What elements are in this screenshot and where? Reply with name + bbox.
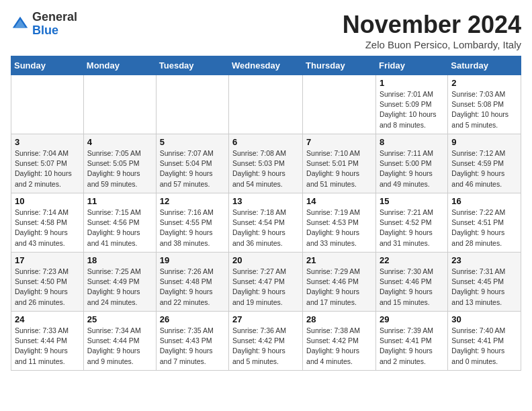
day-info: Sunrise: 7:14 AM Sunset: 4:58 PM Dayligh… <box>15 208 80 248</box>
day-info: Sunrise: 7:31 AM Sunset: 4:45 PM Dayligh… <box>451 267 517 308</box>
day-cell: 19Sunrise: 7:26 AM Sunset: 4:48 PM Dayli… <box>156 253 228 312</box>
day-cell: 18Sunrise: 7:25 AM Sunset: 4:49 PM Dayli… <box>83 253 156 312</box>
day-number: 28 <box>306 314 372 324</box>
day-number: 1 <box>380 78 444 88</box>
day-info: Sunrise: 7:35 AM Sunset: 4:43 PM Dayligh… <box>160 326 225 367</box>
day-number: 13 <box>232 196 299 206</box>
weekday-header-wednesday: Wednesday <box>229 56 303 75</box>
day-info: Sunrise: 7:16 AM Sunset: 4:55 PM Dayligh… <box>160 208 225 248</box>
day-cell: 23Sunrise: 7:31 AM Sunset: 4:45 PM Dayli… <box>448 253 521 312</box>
day-info: Sunrise: 7:03 AM Sunset: 5:08 PM Dayligh… <box>451 89 517 130</box>
day-number: 20 <box>232 255 299 265</box>
day-info: Sunrise: 7:30 AM Sunset: 4:46 PM Dayligh… <box>380 267 444 308</box>
day-number: 8 <box>380 137 444 147</box>
day-number: 26 <box>160 314 225 324</box>
day-cell: 29Sunrise: 7:39 AM Sunset: 4:41 PM Dayli… <box>375 312 447 371</box>
day-cell: 13Sunrise: 7:18 AM Sunset: 4:54 PM Dayli… <box>229 193 303 253</box>
location: Zelo Buon Persico, Lombardy, Italy <box>343 39 521 50</box>
calendar-table: SundayMondayTuesdayWednesdayThursdayFrid… <box>11 56 521 371</box>
day-info: Sunrise: 7:29 AM Sunset: 4:46 PM Dayligh… <box>306 267 372 308</box>
day-number: 21 <box>306 255 372 265</box>
day-cell <box>11 75 84 134</box>
day-info: Sunrise: 7:05 AM Sunset: 5:05 PM Dayligh… <box>87 148 152 189</box>
weekday-header-thursday: Thursday <box>303 56 376 75</box>
day-info: Sunrise: 7:04 AM Sunset: 5:07 PM Dayligh… <box>15 148 80 189</box>
week-row-5: 24Sunrise: 7:33 AM Sunset: 4:44 PM Dayli… <box>11 312 521 371</box>
day-cell: 25Sunrise: 7:34 AM Sunset: 4:44 PM Dayli… <box>83 312 156 371</box>
day-cell: 3Sunrise: 7:04 AM Sunset: 5:07 PM Daylig… <box>11 134 84 193</box>
day-cell: 20Sunrise: 7:27 AM Sunset: 4:47 PM Dayli… <box>229 253 303 312</box>
weekday-header-saturday: Saturday <box>448 56 521 75</box>
day-info: Sunrise: 7:19 AM Sunset: 4:53 PM Dayligh… <box>306 208 372 248</box>
week-row-4: 17Sunrise: 7:23 AM Sunset: 4:50 PM Dayli… <box>11 253 521 312</box>
week-row-1: 1Sunrise: 7:01 AM Sunset: 5:09 PM Daylig… <box>11 75 521 134</box>
day-number: 15 <box>380 196 444 206</box>
day-info: Sunrise: 7:39 AM Sunset: 4:41 PM Dayligh… <box>380 326 444 367</box>
day-number: 19 <box>160 255 225 265</box>
day-number: 27 <box>232 314 299 324</box>
day-cell <box>156 75 228 134</box>
week-row-3: 10Sunrise: 7:14 AM Sunset: 4:58 PM Dayli… <box>11 193 521 253</box>
day-cell: 2Sunrise: 7:03 AM Sunset: 5:08 PM Daylig… <box>448 75 521 134</box>
day-number: 23 <box>451 255 517 265</box>
day-info: Sunrise: 7:11 AM Sunset: 5:00 PM Dayligh… <box>380 148 444 189</box>
day-info: Sunrise: 7:01 AM Sunset: 5:09 PM Dayligh… <box>380 89 444 130</box>
day-number: 30 <box>451 314 517 324</box>
day-cell: 10Sunrise: 7:14 AM Sunset: 4:58 PM Dayli… <box>11 193 84 253</box>
day-number: 7 <box>306 137 372 147</box>
title-block: November 2024 Zelo Buon Persico, Lombard… <box>343 11 521 50</box>
day-number: 12 <box>160 196 225 206</box>
weekday-header-tuesday: Tuesday <box>156 56 228 75</box>
day-info: Sunrise: 7:21 AM Sunset: 4:52 PM Dayligh… <box>380 208 444 248</box>
day-info: Sunrise: 7:07 AM Sunset: 5:04 PM Dayligh… <box>160 148 225 189</box>
logo-icon <box>11 15 30 34</box>
week-row-2: 3Sunrise: 7:04 AM Sunset: 5:07 PM Daylig… <box>11 134 521 193</box>
day-info: Sunrise: 7:08 AM Sunset: 5:03 PM Dayligh… <box>232 148 299 189</box>
month-title: November 2024 <box>343 11 521 39</box>
day-cell: 6Sunrise: 7:08 AM Sunset: 5:03 PM Daylig… <box>229 134 303 193</box>
day-cell: 5Sunrise: 7:07 AM Sunset: 5:04 PM Daylig… <box>156 134 228 193</box>
day-info: Sunrise: 7:25 AM Sunset: 4:49 PM Dayligh… <box>87 267 152 308</box>
day-info: Sunrise: 7:12 AM Sunset: 4:59 PM Dayligh… <box>451 148 517 189</box>
day-cell: 7Sunrise: 7:10 AM Sunset: 5:01 PM Daylig… <box>303 134 376 193</box>
day-number: 24 <box>15 314 80 324</box>
day-cell: 14Sunrise: 7:19 AM Sunset: 4:53 PM Dayli… <box>303 193 376 253</box>
day-number: 18 <box>87 255 152 265</box>
day-number: 4 <box>87 137 152 147</box>
day-info: Sunrise: 7:18 AM Sunset: 4:54 PM Dayligh… <box>232 208 299 248</box>
day-number: 22 <box>380 255 444 265</box>
day-cell <box>83 75 156 134</box>
day-number: 14 <box>306 196 372 206</box>
day-info: Sunrise: 7:34 AM Sunset: 4:44 PM Dayligh… <box>87 326 152 367</box>
day-number: 10 <box>15 196 80 206</box>
day-cell: 28Sunrise: 7:38 AM Sunset: 4:42 PM Dayli… <box>303 312 376 371</box>
day-number: 25 <box>87 314 152 324</box>
day-info: Sunrise: 7:10 AM Sunset: 5:01 PM Dayligh… <box>306 148 372 189</box>
day-info: Sunrise: 7:15 AM Sunset: 4:56 PM Dayligh… <box>87 208 152 248</box>
day-cell: 12Sunrise: 7:16 AM Sunset: 4:55 PM Dayli… <box>156 193 228 253</box>
day-cell: 8Sunrise: 7:11 AM Sunset: 5:00 PM Daylig… <box>375 134 447 193</box>
page-header: General Blue November 2024 Zelo Buon Per… <box>11 11 521 50</box>
day-info: Sunrise: 7:23 AM Sunset: 4:50 PM Dayligh… <box>15 267 80 308</box>
logo-blue: Blue <box>32 24 58 37</box>
weekday-header-friday: Friday <box>375 56 447 75</box>
day-info: Sunrise: 7:27 AM Sunset: 4:47 PM Dayligh… <box>232 267 299 308</box>
day-cell: 27Sunrise: 7:36 AM Sunset: 4:42 PM Dayli… <box>229 312 303 371</box>
logo-general: General <box>32 10 77 24</box>
day-cell: 4Sunrise: 7:05 AM Sunset: 5:05 PM Daylig… <box>83 134 156 193</box>
day-number: 29 <box>380 314 444 324</box>
day-cell <box>229 75 303 134</box>
weekday-header-monday: Monday <box>83 56 156 75</box>
day-number: 6 <box>232 137 299 147</box>
day-number: 5 <box>160 137 225 147</box>
logo: General Blue <box>11 11 77 38</box>
day-cell: 11Sunrise: 7:15 AM Sunset: 4:56 PM Dayli… <box>83 193 156 253</box>
day-cell: 9Sunrise: 7:12 AM Sunset: 4:59 PM Daylig… <box>448 134 521 193</box>
day-cell: 1Sunrise: 7:01 AM Sunset: 5:09 PM Daylig… <box>375 75 447 134</box>
day-info: Sunrise: 7:33 AM Sunset: 4:44 PM Dayligh… <box>15 326 80 367</box>
day-number: 16 <box>451 196 517 206</box>
day-number: 2 <box>451 78 517 88</box>
day-number: 9 <box>451 137 517 147</box>
day-number: 3 <box>15 137 80 147</box>
day-number: 17 <box>15 255 80 265</box>
